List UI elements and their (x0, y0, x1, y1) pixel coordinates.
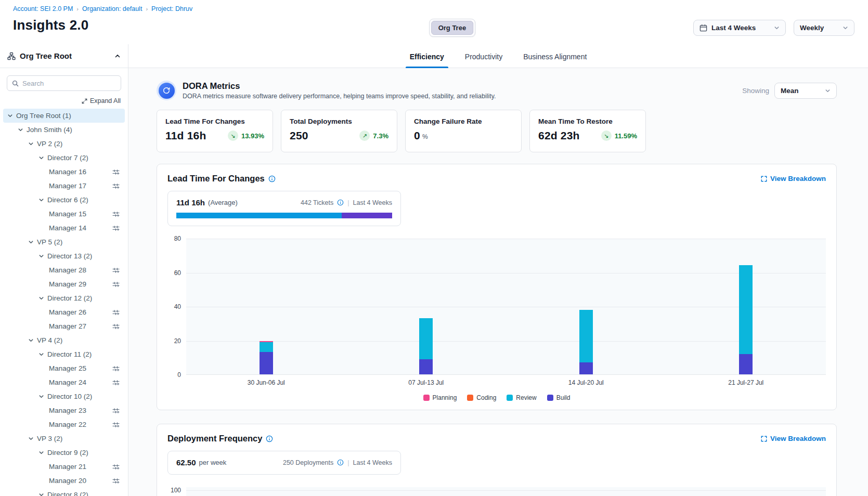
tree-item-manager-29[interactable]: Manager 29 (3, 277, 125, 291)
chevron-down-icon[interactable] (38, 450, 44, 455)
y-axis: 020406080 (167, 239, 186, 375)
chevron-down-icon[interactable] (38, 295, 44, 301)
tree-item-manager-16[interactable]: Manager 16 (3, 165, 125, 179)
content-scroll-area[interactable]: DORA Metrics DORA metrics measure softwa… (128, 68, 868, 496)
tree-item-vp-5-2[interactable]: VP 5 (2) (3, 235, 125, 249)
collapse-chevron-up-icon[interactable] (114, 53, 121, 59)
metric-card-delta: ↘11.59% (601, 130, 637, 141)
tree-item-director-13-2[interactable]: Director 13 (2) (3, 249, 125, 263)
deployment-rate-value: 62.50 (176, 458, 196, 467)
search-input[interactable] (22, 80, 116, 87)
filter-sliders-icon[interactable] (112, 421, 120, 428)
tree-item-director-9-2[interactable]: Director 9 (2) (3, 446, 125, 460)
info-icon[interactable] (266, 435, 273, 442)
chevron-down-icon[interactable] (38, 394, 44, 399)
y-tick-label: 100 (171, 487, 181, 494)
filter-sliders-icon[interactable] (112, 323, 120, 330)
tree-item-manager-23[interactable]: Manager 23 (3, 403, 125, 417)
tree-item-manager-27[interactable]: Manager 27 (3, 319, 125, 333)
bar-21-jul-27-jul[interactable] (739, 265, 753, 374)
filter-sliders-icon[interactable] (112, 281, 120, 288)
tree-item-label: Manager 16 (49, 168, 86, 176)
lead-time-average-value: 11d 16h (176, 198, 205, 207)
sidebar-title: Org Tree Root (20, 51, 110, 60)
info-icon[interactable] (337, 199, 344, 206)
date-range-select[interactable]: Last 4 Weeks (693, 20, 786, 36)
filter-sliders-icon[interactable] (112, 477, 120, 485)
chevron-down-icon[interactable] (28, 436, 34, 441)
tree-item-manager-28[interactable]: Manager 28 (3, 263, 125, 277)
lead-time-title: Lead Time For Changes (167, 174, 265, 184)
tab-business-alignment[interactable]: Business Alignment (522, 53, 588, 68)
info-icon[interactable] (337, 459, 344, 466)
lead-time-view-breakdown-link[interactable]: View Breakdown (761, 175, 826, 182)
tab-efficiency[interactable]: Efficiency (409, 53, 445, 68)
tab-productivity[interactable]: Productivity (464, 53, 503, 68)
tree-item-director-7-2[interactable]: Director 7 (2) (3, 151, 125, 165)
chevron-down-icon (843, 25, 848, 31)
tree-item-manager-25[interactable]: Manager 25 (3, 361, 125, 375)
bar-14-jul-20-jul[interactable] (579, 310, 593, 374)
metric-card-change-failure-rate: Change Failure Rate0% (405, 110, 522, 152)
tree-item-manager-20[interactable]: Manager 20 (3, 474, 125, 488)
chevron-down-icon[interactable] (38, 253, 44, 259)
org-tree-button[interactable]: Org Tree (431, 21, 473, 35)
metric-card-value: 0 (414, 129, 420, 142)
tree-item-director-8-2[interactable]: Director 8 (2) (3, 488, 125, 496)
chevron-down-icon[interactable] (38, 492, 44, 496)
tree-item-label: Manager 15 (49, 210, 86, 218)
tree-item-manager-22[interactable]: Manager 22 (3, 417, 125, 432)
chevron-down-icon[interactable] (38, 155, 44, 161)
chevron-down-icon[interactable] (28, 239, 34, 245)
tree-item-director-6-2[interactable]: Director 6 (2) (3, 193, 125, 207)
legend-item-review[interactable]: Review (507, 394, 536, 401)
filter-sliders-icon[interactable] (112, 365, 120, 372)
filter-sliders-icon[interactable] (112, 211, 120, 218)
x-tick-label: 21 Jul-27 Jul (666, 379, 826, 386)
deployment-view-breakdown-link[interactable]: View Breakdown (761, 435, 826, 442)
filter-sliders-icon[interactable] (112, 168, 120, 176)
tree-item-director-10-2[interactable]: Director 10 (2) (3, 389, 125, 403)
tree-item-manager-26[interactable]: Manager 26 (3, 305, 125, 319)
chevron-down-icon[interactable] (38, 197, 44, 203)
tree-item-manager-15[interactable]: Manager 15 (3, 207, 125, 221)
breadcrumb-link-project[interactable]: Project: Dhruv (151, 5, 192, 12)
tree-item-manager-21[interactable]: Manager 21 (3, 460, 125, 474)
header-controls: Last 4 Weeks Weekly (693, 20, 854, 36)
filter-sliders-icon[interactable] (112, 463, 120, 471)
tree-item-john-smith-4[interactable]: John Smith (4) (3, 123, 125, 137)
breadcrumb-link-account[interactable]: Account: SEI 2.0 PM (13, 5, 73, 12)
filter-sliders-icon[interactable] (112, 309, 120, 316)
tree-item-manager-14[interactable]: Manager 14 (3, 221, 125, 235)
tree-item-director-11-2[interactable]: Director 11 (2) (3, 347, 125, 361)
chevron-down-icon[interactable] (28, 337, 34, 343)
granularity-select[interactable]: Weekly (794, 20, 854, 36)
breadcrumb-link-organization[interactable]: Organization: default (82, 5, 142, 12)
chevron-down-icon[interactable] (7, 113, 13, 119)
tree-item-director-12-2[interactable]: Director 12 (2) (3, 291, 125, 305)
legend-item-coding[interactable]: Coding (467, 394, 496, 401)
chevron-down-icon[interactable] (28, 141, 34, 147)
legend-item-planning[interactable]: Planning (423, 394, 457, 401)
chevron-down-icon[interactable] (18, 127, 23, 133)
info-icon[interactable] (268, 175, 276, 182)
bar-07-jul-13-jul[interactable] (419, 318, 433, 374)
tree-item-vp-3-2[interactable]: VP 3 (2) (3, 432, 125, 446)
chevron-down-icon[interactable] (38, 351, 44, 357)
chevron-down-icon (825, 88, 831, 94)
showing-select[interactable]: Mean (774, 83, 837, 99)
filter-sliders-icon[interactable] (112, 379, 120, 386)
legend-item-build[interactable]: Build (547, 394, 571, 401)
tree-item-vp-2-2[interactable]: VP 2 (2) (3, 137, 125, 151)
tree-item-manager-24[interactable]: Manager 24 (3, 375, 125, 389)
filter-sliders-icon[interactable] (112, 225, 120, 232)
expand-all-button[interactable]: Expand All (82, 97, 121, 105)
tree-item-manager-17[interactable]: Manager 17 (3, 179, 125, 193)
bar-30-jun-06-jul[interactable] (260, 341, 273, 374)
filter-sliders-icon[interactable] (112, 267, 120, 274)
metric-card-delta-value: 7.3% (373, 132, 388, 140)
tree-item-vp-4-2[interactable]: VP 4 (2) (3, 333, 125, 347)
filter-sliders-icon[interactable] (112, 182, 120, 190)
filter-sliders-icon[interactable] (112, 407, 120, 414)
tree-item-org-tree-root-1[interactable]: Org Tree Root (1) (3, 109, 125, 123)
